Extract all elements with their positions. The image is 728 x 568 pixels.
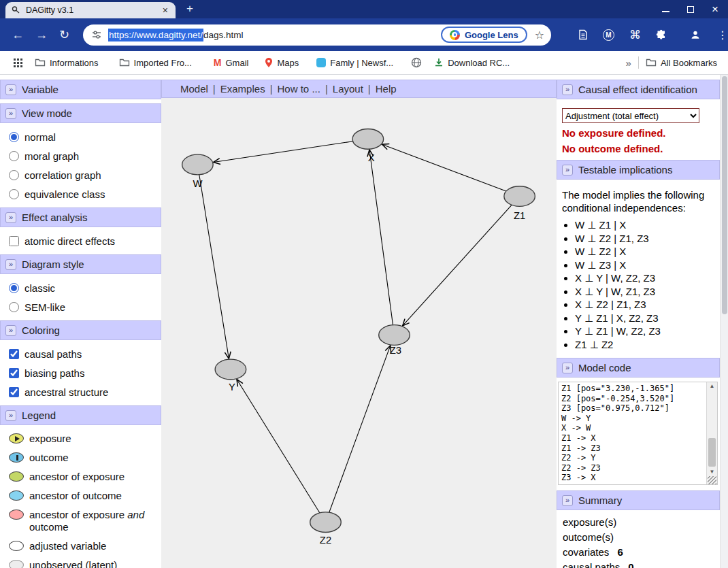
dagitty-app: » Variable » View mode normal moral grap… — [0, 75, 728, 568]
bookmark-download[interactable]: Download RC... — [434, 58, 510, 68]
apps-grid-icon[interactable] — [14, 59, 16, 61]
radio-sem-like[interactable] — [9, 302, 19, 312]
scroll-down-icon[interactable]: ▼ — [710, 468, 715, 476]
radio-moral-graph[interactable] — [9, 151, 19, 161]
section-header-testable-implications[interactable]: » Testable implications — [557, 160, 720, 180]
dag-node-Y[interactable] — [215, 359, 246, 380]
dag-node-Z3[interactable] — [379, 325, 410, 346]
menu-layout[interactable]: Layout — [328, 83, 368, 95]
dag-edge-Z1-Z3[interactable] — [403, 205, 512, 326]
section-header-effect-analysis[interactable]: » Effect analysis — [0, 207, 161, 227]
section-header-legend[interactable]: » Legend — [0, 405, 161, 425]
code-scrollbar-track[interactable] — [707, 390, 717, 468]
dag-edge-X-W[interactable] — [214, 141, 353, 163]
summary-label: outcome(s) — [563, 531, 614, 543]
back-icon[interactable]: ← — [12, 28, 24, 42]
tab-close-icon[interactable]: × — [161, 5, 169, 16]
option-ancestral-structure[interactable]: ancestral structure — [0, 382, 161, 401]
reading-list-icon[interactable] — [578, 29, 588, 40]
bookmark-imported[interactable]: Imported Fro... — [119, 58, 192, 68]
all-bookmarks-button[interactable]: All Bookmarks — [646, 58, 717, 68]
menu-model[interactable]: Model — [176, 83, 213, 95]
adjustment-select[interactable]: Adjustment (total effect) — [562, 108, 699, 123]
window-minimize-icon[interactable] — [662, 7, 669, 12]
download-icon — [434, 58, 444, 67]
bookmarks-overflow-icon[interactable]: » — [626, 57, 631, 69]
dag-canvas-svg[interactable]: XWZ1Z3YZ2 — [161, 98, 557, 568]
legend-label: ancestor of outcome — [29, 490, 122, 502]
section-header-coloring[interactable]: » Coloring — [0, 320, 161, 340]
dag-edge-Z2-Z3[interactable] — [329, 346, 391, 512]
section-header-model-code[interactable]: » Model code — [557, 358, 720, 378]
google-lens-button[interactable]: Google Lens — [441, 27, 527, 43]
dag-node-Z1[interactable] — [504, 186, 535, 207]
section-header-summary[interactable]: » Summary — [557, 490, 720, 510]
menu-help[interactable]: Help — [371, 83, 401, 95]
browser-menu-kebab-icon[interactable]: ⋮ — [717, 29, 728, 41]
radio-normal[interactable] — [9, 132, 19, 142]
address-bar[interactable]: https://www.dagitty.net/dags.html Google… — [83, 24, 551, 46]
resize-grip-icon[interactable] — [708, 476, 716, 484]
unobserved-node-icon — [9, 560, 24, 568]
radio-classic[interactable] — [9, 283, 19, 293]
section-header-variable[interactable]: » Variable — [0, 80, 161, 99]
implication-item: Z1 ⊥ Z2 — [575, 338, 720, 352]
viewmode-option-moral-graph[interactable]: moral graph — [0, 146, 161, 165]
bookmark-famly[interactable]: Famly | Newsf... — [316, 58, 393, 68]
browser-tab[interactable]: DAGitty v3.1 × — [5, 2, 176, 18]
section-header-causal-effect[interactable]: » Causal effect identification — [557, 80, 720, 99]
option-atomic-direct-effects[interactable]: atomic direct effects — [0, 231, 161, 250]
option-biasing-paths[interactable]: biasing paths — [0, 363, 161, 382]
radio-correlation-graph[interactable] — [9, 170, 19, 180]
profile-avatar-icon[interactable] — [690, 29, 701, 40]
no-outcome-warning: No outcome defined. — [557, 141, 720, 156]
code-scrollbar[interactable]: ▲ ▼ — [706, 382, 717, 484]
option-causal-paths[interactable]: causal paths — [0, 344, 161, 363]
checkbox-atomic-direct-effects[interactable] — [9, 236, 19, 246]
section-title: Testable implications — [578, 164, 672, 176]
page-scrollbar[interactable] — [720, 75, 728, 568]
section-header-view-mode[interactable]: » View mode — [0, 103, 161, 123]
dag-node-Z2[interactable] — [310, 512, 342, 533]
menu-examples[interactable]: Examples — [216, 83, 270, 95]
dag-edge-Z3-X[interactable] — [369, 150, 393, 325]
new-tab-button[interactable]: + — [186, 2, 193, 16]
dag-node-W[interactable] — [182, 154, 214, 175]
code-scrollbar-thumb[interactable] — [708, 438, 716, 467]
bookmark-gmail[interactable]: M Gmail — [214, 57, 249, 68]
forward-icon[interactable]: → — [35, 28, 48, 42]
section-header-diagram-style[interactable]: » Diagram style — [0, 254, 161, 274]
site-settings-tune-icon[interactable] — [91, 29, 102, 40]
viewmode-option-correlation-graph[interactable]: correlation graph — [0, 165, 161, 184]
bookmark-star-icon[interactable]: ☆ — [535, 29, 544, 41]
dag-node-X[interactable] — [352, 129, 384, 150]
viewmode-option-equivalence-class[interactable]: equivalence class — [0, 184, 161, 203]
checkbox-biasing-paths[interactable] — [9, 368, 19, 378]
viewmode-option-normal[interactable]: normal — [0, 127, 161, 146]
dag-edge-W-Y[interactable] — [199, 175, 229, 358]
bookmark-globe[interactable] — [411, 57, 422, 68]
command-icon[interactable]: ⌘ — [629, 28, 641, 42]
extensions-puzzle-icon[interactable] — [656, 29, 667, 40]
legend-item-exposure: exposure — [0, 429, 161, 448]
scroll-up-icon[interactable]: ▲ — [710, 382, 715, 390]
radio-equivalence-class[interactable] — [9, 189, 19, 199]
legend-label: adjusted variable — [29, 540, 106, 552]
checkbox-ancestral-structure[interactable] — [9, 387, 19, 397]
dag-edge-Z1-X[interactable] — [382, 144, 506, 191]
bookmark-informations[interactable]: Informations — [35, 58, 99, 68]
dag-edge-Z2-Y[interactable] — [237, 380, 320, 513]
menu-how-to[interactable]: How to ... — [273, 83, 325, 95]
page-scrollbar-thumb[interactable] — [722, 76, 727, 314]
dag-drawing-canvas[interactable]: XWZ1Z3YZ2 — [161, 98, 557, 568]
style-option-classic[interactable]: classic — [0, 278, 161, 297]
model-code-textarea[interactable]: Z1 [pos="3.230,-1.365"] Z2 [pos="-0.254,… — [558, 382, 718, 485]
extension-m-icon[interactable]: M — [603, 29, 614, 41]
window-close-icon[interactable]: × — [712, 6, 718, 13]
collapse-icon: » — [5, 325, 16, 336]
window-maximize-icon[interactable] — [687, 6, 694, 13]
bookmark-maps[interactable]: Maps — [265, 57, 299, 68]
reload-icon[interactable]: ↻ — [59, 27, 69, 42]
checkbox-causal-paths[interactable] — [9, 349, 19, 359]
style-option-sem-like[interactable]: SEM-like — [0, 297, 161, 316]
